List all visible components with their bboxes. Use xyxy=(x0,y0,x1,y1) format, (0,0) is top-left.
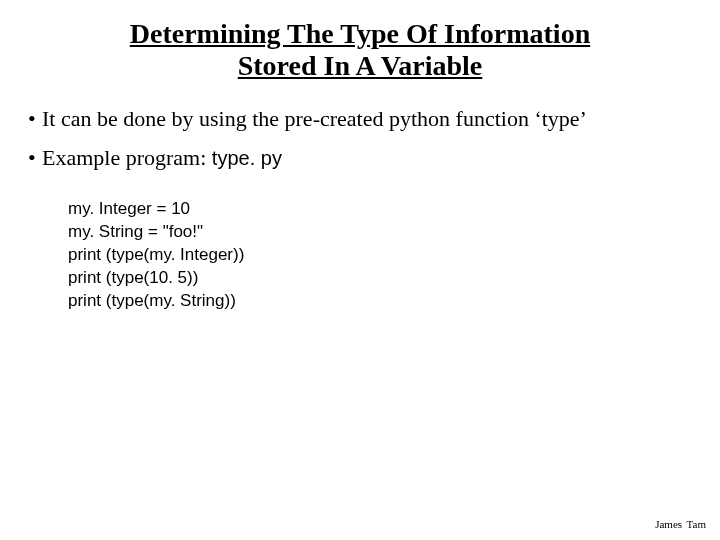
bullet-item: • It can be done by using the pre-create… xyxy=(28,102,696,135)
bullet-dot-icon: • xyxy=(28,141,42,174)
bullet-list: • It can be done by using the pre-create… xyxy=(28,102,696,174)
bullet-text: Example program: type. py xyxy=(42,141,696,174)
bullet-item: • Example program: type. py xyxy=(28,141,696,174)
bullet-text: It can be done by using the pre-created … xyxy=(42,102,696,135)
slide-title: Determining The Type Of Information Stor… xyxy=(90,18,630,82)
slide: Determining The Type Of Information Stor… xyxy=(0,0,720,540)
bullet-text-code: type. py xyxy=(212,147,282,169)
bullet-text-prefix: Example program: xyxy=(42,145,212,170)
footer-author: James Tam xyxy=(655,518,706,530)
code-block: my. Integer = 10 my. String = "foo!" pri… xyxy=(68,198,696,313)
bullet-dot-icon: • xyxy=(28,102,42,135)
